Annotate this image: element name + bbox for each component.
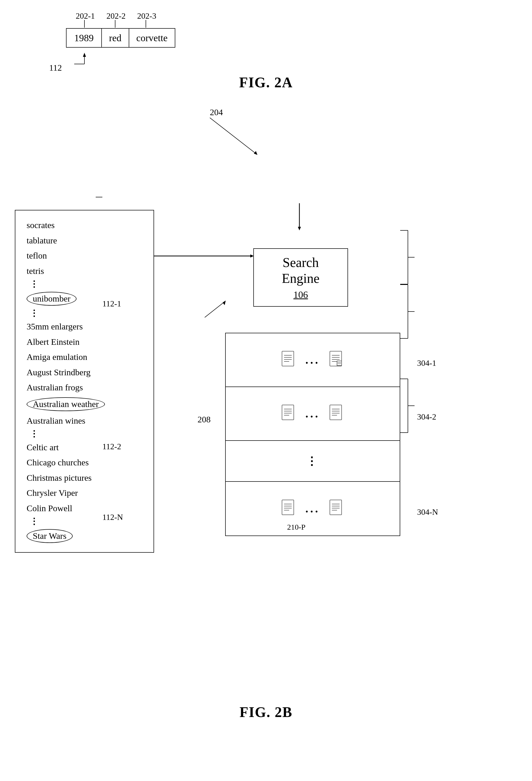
- label-112-n: 112-N: [102, 512, 123, 522]
- label-112-2: 112-2: [102, 442, 121, 451]
- svg-rect-42: [282, 405, 294, 420]
- query-item-teflon: teflon: [27, 248, 142, 263]
- query-dots-1: ⋮: [27, 279, 142, 290]
- query-item-tablature: tablature: [27, 233, 142, 248]
- search-engine-box: Search Engine 106: [253, 248, 348, 307]
- svg-rect-57: [330, 500, 342, 515]
- fig2a-section: 202-1 202-2 202-3 1989 red corvette 112 …: [0, 0, 532, 97]
- label-304-1: 304-1: [417, 358, 436, 368]
- result-row-1: ... 210-P: [226, 333, 400, 387]
- doc-icon-right-n: [329, 499, 344, 518]
- label-304-2: 304-2: [417, 412, 436, 422]
- query-item-socrates: socrates: [27, 217, 142, 233]
- fig2a-title: FIG. 2A: [239, 74, 293, 91]
- query-item-wines: Australian wines: [27, 413, 142, 428]
- query-item-frogs: Australian frogs: [27, 380, 142, 395]
- query-item-starwars: Star Wars: [27, 529, 142, 543]
- query-item-amiga: Amiga emulation: [27, 350, 142, 365]
- query-item-celtic: Celtic art: [27, 440, 142, 455]
- query-dots-2: ⋮: [27, 308, 142, 319]
- svg-rect-52: [282, 500, 294, 515]
- svg-line-12: [205, 302, 224, 318]
- label-112-top: 112: [49, 63, 62, 73]
- query-dots-4: ⋮: [27, 516, 142, 527]
- doc-icon-left-2: [281, 405, 296, 423]
- rows-ellipsis: ⋮: [306, 454, 319, 468]
- doc-icon-left-n: [281, 499, 296, 518]
- svg-rect-29: [282, 351, 294, 366]
- label-202-2: 202-2: [106, 11, 126, 21]
- svg-marker-9: [298, 227, 301, 231]
- label-304-n: 304-N: [417, 507, 438, 517]
- doc-icon-right-2: [329, 405, 344, 423]
- query-dots-3: ⋮: [27, 428, 142, 440]
- results-box: ... 210-P ...: [225, 333, 400, 536]
- fig2b-title: FIG. 2B: [239, 704, 293, 720]
- label-202-1: 202-1: [76, 11, 95, 21]
- token-boxes: 1989 red corvette: [66, 28, 175, 48]
- query-item-strindberg: August Strindberg: [27, 365, 142, 380]
- search-engine-title-line1: Search: [282, 255, 319, 271]
- svg-marker-13: [223, 300, 226, 305]
- search-engine-ref: 106: [294, 289, 308, 300]
- query-item-unibomber: unibomber: [27, 292, 142, 305]
- token-box-corvette: corvette: [129, 28, 175, 48]
- svg-rect-39: [337, 361, 342, 366]
- result-row-2: ...: [226, 387, 400, 441]
- svg-marker-11: [254, 151, 257, 155]
- token-box-1989: 1989: [66, 28, 102, 48]
- row1-dots: ...: [306, 354, 320, 367]
- rown-dots: ...: [306, 502, 320, 515]
- query-item-35mm: 35mm enlargers: [27, 319, 142, 334]
- svg-line-10: [210, 118, 256, 154]
- doc-icon-left-1: [281, 351, 296, 369]
- label-112-1: 112-1: [102, 299, 121, 309]
- label-208: 208: [197, 415, 211, 424]
- search-engine-title-line2: Engine: [282, 271, 319, 286]
- query-item-weather: Australian weather: [27, 397, 142, 411]
- doc-icon-right-1: [329, 351, 344, 369]
- token-box-red: red: [102, 28, 129, 48]
- query-item-colin: Colin Powell: [27, 501, 142, 516]
- label-210-p: 210-P: [287, 523, 306, 531]
- result-row-dots: ⋮: [226, 441, 400, 482]
- row2-dots: ...: [306, 407, 320, 420]
- label-202-3: 202-3: [137, 11, 157, 21]
- query-item-chicago: Chicago churches: [27, 455, 142, 470]
- query-item-chrysler: Chrysler Viper: [27, 485, 142, 501]
- result-row-n: ...: [226, 482, 400, 536]
- query-item-tetris: tetris: [27, 263, 142, 279]
- query-list-box: socrates tablature teflon tetris ⋮ unibo…: [15, 210, 154, 553]
- query-item-christmas: Christmas pictures: [27, 470, 142, 486]
- label-204: 204: [210, 108, 223, 117]
- query-item-einstein: Albert Einstein: [27, 334, 142, 350]
- svg-rect-47: [330, 405, 342, 420]
